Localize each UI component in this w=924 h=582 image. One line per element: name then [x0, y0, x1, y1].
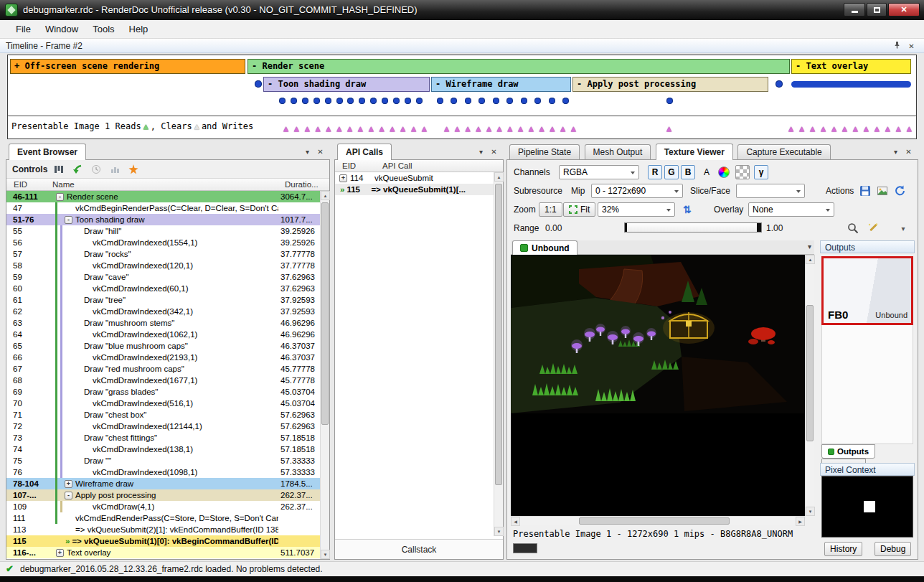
tab-mesh-output[interactable]: Mesh Output	[585, 144, 651, 160]
event-row[interactable]: 75Draw ""57.33333	[6, 455, 320, 466]
event-row[interactable]: 47vkCmdBeginRenderPass(C=Clear, D=Clear,…	[6, 202, 320, 214]
event-row[interactable]: 113=> vkQueueSubmit(2)[1]: vkEndCommandB…	[6, 524, 320, 535]
collapse-expander-icon[interactable]: -	[56, 193, 64, 201]
filter-columns-icon[interactable]	[52, 163, 65, 176]
timeline-block-toon-shading[interactable]: - Toon shading draw	[263, 77, 430, 92]
expand-expander-icon[interactable]: +	[56, 549, 64, 557]
event-row[interactable]: 69Draw "grass blades"45.03704	[6, 386, 320, 398]
event-row[interactable]: 46-111-Render scene3064.7...	[6, 191, 320, 202]
flip-y-icon[interactable]: ⇅	[681, 203, 694, 216]
tab-unbound-texture[interactable]: Unbound	[512, 240, 578, 255]
tab-texture-viewer[interactable]: Texture Viewer	[656, 144, 733, 160]
dock-menu-icon[interactable]: ▾	[476, 146, 486, 157]
panel-close-icon[interactable]: ✕	[489, 146, 499, 157]
event-row[interactable]: 78-104+Wireframe draw1784.5...	[6, 478, 320, 489]
tab-event-browser[interactable]: Event Browser	[9, 144, 86, 160]
scroll-left-icon[interactable]: ◀	[511, 517, 520, 526]
event-row[interactable]: 66vkCmdDrawIndexed(2193,1)46.37037	[6, 352, 320, 363]
show-timings-icon[interactable]	[90, 163, 103, 176]
panel-close-icon[interactable]: ✕	[315, 146, 326, 157]
event-row[interactable]: 63Draw "mushroom stems"46.96296	[6, 317, 320, 329]
timeline-panel[interactable]: + Off-screen scene rendering - Render sc…	[7, 55, 917, 139]
zoom-1to1-button[interactable]: 1:1	[539, 202, 562, 217]
preview-dropdown-icon[interactable]: ▾	[808, 243, 811, 250]
post-draw-dots[interactable]	[666, 97, 674, 104]
event-row[interactable]: 107-...-Apply post processing262.37...	[6, 489, 320, 501]
save-texture-icon[interactable]	[859, 184, 872, 197]
zoom-combo[interactable]: 32%	[598, 202, 675, 217]
scrollbar-thumb[interactable]	[806, 305, 814, 441]
event-row[interactable]: 61Draw "tree"37.92593	[6, 294, 320, 306]
checkerboard-background-icon[interactable]	[735, 165, 750, 179]
refresh-icon[interactable]	[893, 184, 906, 197]
menu-help[interactable]: Help	[122, 21, 156, 37]
callstack-section[interactable]: Callstack	[335, 539, 503, 559]
minimize-button[interactable]	[844, 3, 865, 17]
toolbar-overflow-icon[interactable]: ▾	[897, 222, 910, 235]
scrollbar-thumb[interactable]	[579, 517, 730, 525]
event-row[interactable]: 57Draw "rocks"37.77778	[6, 248, 320, 260]
expand-expander-icon[interactable]: +	[339, 174, 347, 182]
event-row[interactable]: 109vkCmdDraw(4,1)262.37...	[6, 501, 320, 512]
timeline-block-render-scene[interactable]: - Render scene	[248, 59, 790, 74]
event-row[interactable]: 73Draw "chest fittings"57.18518	[6, 432, 320, 443]
scrollbar-thumb[interactable]	[321, 202, 329, 425]
toon-draw-dots[interactable]	[279, 97, 423, 104]
event-row[interactable]: 115»=> vkQueueSubmit(1)[0]: vkBeginComma…	[6, 535, 320, 547]
debug-button[interactable]: Debug	[874, 542, 911, 556]
channel-red-button[interactable]: R	[648, 165, 662, 179]
range-white-point-handle[interactable]	[757, 223, 761, 232]
event-row[interactable]: 55Draw "hill"39.25926	[6, 225, 320, 237]
channel-blue-button[interactable]: B	[681, 165, 695, 179]
tab-pipeline-state[interactable]: Pipeline State	[509, 144, 580, 160]
gamma-button[interactable]: γ	[754, 165, 768, 179]
texture-horizontal-scrollbar[interactable]: ◀ ▶	[511, 516, 805, 525]
event-row[interactable]: 72vkCmdDrawIndexed(12144,1)57.62963	[6, 421, 320, 432]
texture-image-viewport[interactable]	[511, 255, 805, 516]
color-wheel-icon[interactable]	[718, 166, 730, 178]
overlay-combo[interactable]: None	[748, 202, 834, 217]
scroll-down-icon[interactable]: ▼	[806, 507, 815, 516]
range-slider[interactable]	[624, 222, 762, 233]
collapse-expander-icon[interactable]: -	[65, 492, 72, 499]
event-row[interactable]: 59Draw "cave"37.62963	[6, 271, 320, 283]
tab-outputs[interactable]: Outputs	[821, 444, 875, 459]
event-row[interactable]: 62vkCmdDrawIndexed(342,1)37.92593	[6, 306, 320, 317]
panel-close-icon[interactable]: ✕	[903, 146, 914, 157]
channel-alpha-button[interactable]: A	[699, 165, 714, 179]
timeline-block-text-overlay[interactable]: - Text overlay	[791, 59, 911, 74]
event-row[interactable]: 67Draw "red mushroom caps"45.77778	[6, 363, 320, 375]
slice-face-combo[interactable]	[736, 184, 805, 198]
scroll-down-icon[interactable]: ▼	[321, 550, 330, 559]
event-row[interactable]: 65Draw "blue mushroom caps"46.37037	[6, 340, 320, 352]
stats-icon[interactable]	[108, 163, 121, 176]
scrollbar-thumb[interactable]	[495, 184, 502, 485]
event-row[interactable]: 116-...+Text overlay511.7037	[6, 547, 320, 558]
range-fit-magnifier-icon[interactable]	[847, 222, 859, 235]
api-calls-scrollbar[interactable]: ▲ ▼	[494, 172, 503, 536]
channels-combo[interactable]: RGBA	[559, 165, 639, 179]
menu-window[interactable]: Window	[38, 21, 85, 37]
tab-capture-executable[interactable]: Capture Executable	[737, 144, 830, 160]
timeline-block-offscreen[interactable]: + Off-screen scene rendering	[10, 59, 245, 74]
history-button[interactable]: History	[824, 542, 862, 556]
expand-expander-icon[interactable]: +	[65, 480, 72, 488]
event-row[interactable]: 71Draw "chest box"57.62963	[6, 409, 320, 421]
api-call-row[interactable]: » 115 => vkQueueSubmit(1)[...	[335, 184, 494, 195]
fb0-thumbnail[interactable]: FB0 Unbound	[821, 256, 913, 325]
event-row[interactable]: 51-76-Toon shading draw1017.7...	[6, 214, 320, 225]
dock-menu-icon[interactable]: ▾	[890, 146, 901, 157]
mip-combo[interactable]: 0 - 1272x690	[591, 184, 683, 198]
texture-vertical-scrollbar[interactable]: ▲ ▼	[805, 255, 814, 516]
event-row[interactable]: 64vkCmdDrawIndexed(1062,1)46.96296	[6, 329, 320, 340]
collapse-expander-icon[interactable]: -	[65, 216, 72, 224]
api-call-row[interactable]: + 114 vkQueueSubmit	[335, 172, 494, 184]
dock-menu-icon[interactable]: ▾	[302, 146, 313, 157]
event-row[interactable]: 74vkCmdDrawIndexed(138,1)57.18518	[6, 443, 320, 455]
tab-api-calls[interactable]: API Calls	[337, 144, 392, 160]
scroll-down-icon[interactable]: ▼	[494, 527, 504, 536]
event-row[interactable]: 58vkCmdDrawIndexed(120,1)37.77778	[6, 260, 320, 271]
event-row[interactable]: 56vkCmdDrawIndexed(1554,1)39.25926	[6, 237, 320, 248]
event-row[interactable]: 111vkCmdEndRenderPass(C=Store, D=Store, …	[6, 512, 320, 524]
menu-tools[interactable]: Tools	[85, 21, 121, 37]
